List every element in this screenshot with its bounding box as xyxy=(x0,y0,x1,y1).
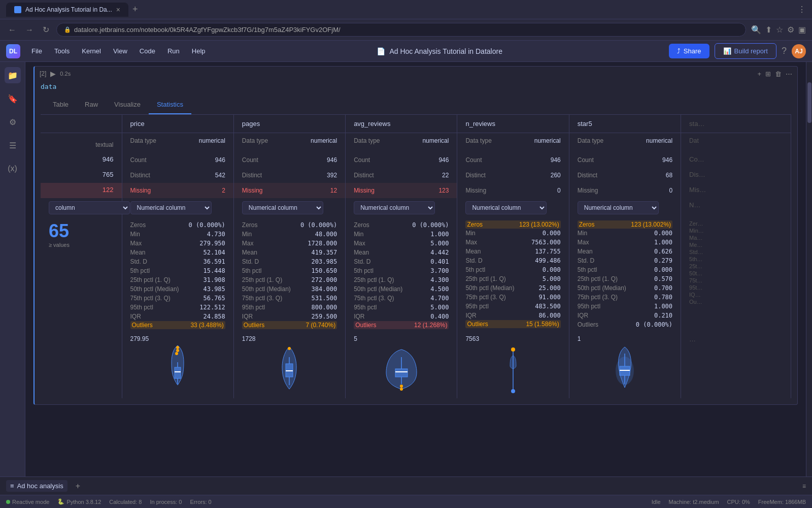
val-p50-star5: 0.700 xyxy=(654,284,672,292)
user-avatar[interactable]: AJ xyxy=(792,44,806,58)
value-distinct-nrev: 260 xyxy=(551,172,561,179)
tab-close-button[interactable]: × xyxy=(116,6,120,14)
nrev-dropdown: Numerical column xyxy=(457,198,569,217)
val-mean-star5: 0.626 xyxy=(654,248,672,255)
value-max-price: 279.950 xyxy=(199,240,225,247)
app: DL File Tools Kernel View Code Run Help … xyxy=(0,41,812,508)
avg-stats: Zeros 0 (0.000%) Min1.000 Max5.000 Mean4… xyxy=(346,217,457,332)
svg-point-17 xyxy=(400,388,403,391)
menu-run[interactable]: Run xyxy=(162,45,185,57)
label-data-type-price: Data type xyxy=(130,137,156,144)
extensions-icon[interactable]: ⚙ xyxy=(787,25,794,35)
menu-kernel[interactable]: Kernel xyxy=(77,45,106,57)
more-options-icon[interactable]: ⋯ xyxy=(786,70,792,78)
sidebar-item-formula[interactable]: (x) xyxy=(5,161,21,177)
lbl-p50-nrev: 50th pctl (Median) xyxy=(465,284,514,292)
right-scrollbar[interactable] xyxy=(806,62,812,477)
run-cell-button[interactable]: ▶ xyxy=(50,70,56,78)
menu-code[interactable]: Code xyxy=(134,45,160,57)
menu-bar: DL File Tools Kernel View Code Run Help … xyxy=(0,41,812,62)
sidebar-item-outline[interactable]: ☰ xyxy=(5,137,21,153)
search-icon[interactable]: 🔍 xyxy=(751,25,761,35)
delete-cell-icon[interactable]: 🗑 xyxy=(775,70,782,78)
active-tab[interactable]: Ad Hoc Analysis Tutorial in Da... × xyxy=(6,3,128,17)
refresh-button[interactable]: ↻ xyxy=(41,23,51,37)
tab-raw[interactable]: Raw xyxy=(77,96,106,114)
partial-p25: 25t… xyxy=(689,263,783,269)
share-icon[interactable]: ⬆ xyxy=(765,25,772,35)
menu-file[interactable]: File xyxy=(26,45,47,57)
tab-table[interactable]: Table xyxy=(45,96,77,114)
forward-button[interactable]: → xyxy=(23,23,36,37)
sidebar-item-variables[interactable]: 🔖 xyxy=(5,90,21,107)
val-p95-star5: 1.000 xyxy=(654,303,672,310)
bottom-tab-adhoc[interactable]: ≡ Ad hoc analysis xyxy=(6,480,67,492)
value-data-type-pages: numerical xyxy=(311,137,337,144)
build-label: Build report xyxy=(734,47,768,55)
label-pct75-price: 75th pctl (3. Q) xyxy=(130,295,171,302)
partial-zer: Zer… xyxy=(689,220,783,227)
svg-point-6 xyxy=(175,352,178,355)
val-mean-avg: 4.442 xyxy=(430,249,449,256)
value-count-price: 946 xyxy=(215,156,225,164)
browser-menu-button[interactable]: ⋮ xyxy=(798,5,806,14)
share-button[interactable]: ⤴ Share xyxy=(669,44,709,58)
partial-min: Min… xyxy=(689,228,783,234)
stats-container[interactable]: price pages avg_reviews n_reviews star5 … xyxy=(41,115,791,398)
value-count-star5: 946 xyxy=(662,156,672,164)
val-iqr-pages: 259.500 xyxy=(312,313,337,320)
bottom-right-menu[interactable]: ≡ xyxy=(802,483,806,490)
avg-col-select[interactable]: Numerical column xyxy=(354,201,435,214)
tab-title: Ad Hoc Analysis Tutorial in Da... xyxy=(25,6,112,13)
lbl-max-star5: Max xyxy=(578,239,589,246)
val-std-nrev: 499.486 xyxy=(535,257,561,264)
sidebar-item-notebooks[interactable]: 📁 xyxy=(5,67,21,83)
label-missing-star5: Missing xyxy=(578,187,598,194)
col-header-empty xyxy=(41,115,122,133)
nrev-col-select[interactable]: Numerical column xyxy=(465,201,547,214)
pages-col-select[interactable]: Numerical column xyxy=(242,201,323,214)
build-report-button[interactable]: 📊 Build report xyxy=(715,43,776,59)
new-tab-button[interactable]: + xyxy=(130,2,140,17)
value-pct75-price: 56.765 xyxy=(203,295,225,302)
val-z-avg: 0 (0.000%) xyxy=(412,221,449,229)
bookmark-icon[interactable]: ☆ xyxy=(776,25,783,35)
price-col-select[interactable]: Numerical column xyxy=(130,201,212,214)
partial-p75: 75t… xyxy=(689,277,783,283)
first-col-select[interactable]: column xyxy=(49,201,130,214)
menu-view[interactable]: View xyxy=(108,45,132,57)
val-mean-pages: 419.357 xyxy=(312,249,337,256)
scroll-thumb[interactable] xyxy=(807,82,811,123)
sidebar-icon[interactable]: ▣ xyxy=(798,25,806,35)
value-mean-price: 52.104 xyxy=(203,249,225,256)
menu-help[interactable]: Help xyxy=(187,45,211,57)
val-max-nrev: 7563.000 xyxy=(531,239,561,246)
val-p95-pages: 800.000 xyxy=(312,304,337,311)
address-bar[interactable]: 🔒 datalore.jetbrains.com/notebook/0k5R4A… xyxy=(56,23,746,37)
first-col-plot xyxy=(41,332,122,398)
pages-distinct-row: Distinct 392 xyxy=(233,168,345,183)
val-p75-nrev: 91.000 xyxy=(538,294,560,301)
label-count-nrev: Count xyxy=(465,156,482,164)
sidebar-item-tools[interactable]: ⚙ xyxy=(5,114,21,130)
lbl-p50-pages: 50th pctl (Median) xyxy=(242,285,291,293)
pages-count-row: Count 946 xyxy=(233,152,345,168)
back-button[interactable]: ← xyxy=(6,23,18,37)
free-mem-label: FreeMem: 1866MB xyxy=(758,499,806,505)
lbl-mean-nrev: Mean xyxy=(465,248,481,255)
cell-layout-icon[interactable]: ⊞ xyxy=(765,70,771,78)
machine-label: Machine: t2.medium xyxy=(669,499,719,505)
first-col-dropdown: column xyxy=(41,198,122,217)
nav-icons: 🔍 ⬆ ☆ ⚙ ▣ xyxy=(751,25,806,35)
add-cell-icon[interactable]: + xyxy=(757,70,761,78)
first-col-big-num: 65 ≥ values xyxy=(41,217,122,332)
tab-statistics[interactable]: Statistics xyxy=(149,96,191,114)
tab-visualize[interactable]: Visualize xyxy=(106,96,149,114)
add-tab-button[interactable]: + xyxy=(76,482,80,491)
cell-actions: + ⊞ 🗑 ⋯ xyxy=(757,70,792,78)
lbl-max-nrev: Max xyxy=(465,239,477,246)
val-iqr-avg: 0.400 xyxy=(430,313,449,320)
menu-tools[interactable]: Tools xyxy=(49,45,75,57)
star5-col-select[interactable]: Numerical column xyxy=(578,201,659,214)
help-button[interactable]: ? xyxy=(782,46,787,56)
